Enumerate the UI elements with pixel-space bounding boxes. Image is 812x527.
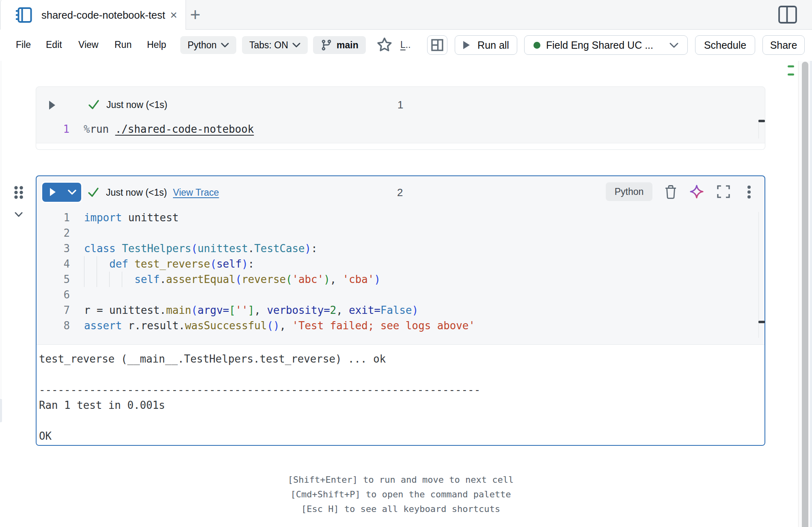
chevron-down-icon bbox=[669, 43, 678, 48]
code-line[interactable]: 5 self.assertEqual(reverse('abc'), 'cba'… bbox=[37, 272, 764, 287]
run-cell-icon[interactable] bbox=[49, 101, 55, 110]
split-view-icon[interactable] bbox=[778, 5, 797, 24]
scrollbar-thumb[interactable] bbox=[802, 62, 808, 527]
cell-drag-handle[interactable] bbox=[14, 186, 23, 199]
page-scrollbar[interactable] bbox=[798, 61, 810, 527]
cell-language-chip[interactable]: Python bbox=[606, 182, 652, 201]
notebook-cell-1[interactable]: Just now (<1s) 1 1%run ./shared-code-not… bbox=[36, 86, 765, 150]
git-branch-icon bbox=[320, 39, 333, 52]
maximize-cell-icon[interactable] bbox=[717, 185, 730, 198]
favorite-star-icon[interactable] bbox=[377, 37, 392, 53]
code-line[interactable]: 8assert r.result.wasSuccessful(), 'Test … bbox=[37, 318, 764, 333]
code-text: r = unittest.main(argv=[''], verbosity=2… bbox=[84, 302, 418, 318]
play-icon bbox=[463, 41, 470, 50]
cell-output-text: test_reverse (__main__.TestHelpers.test_… bbox=[39, 351, 480, 444]
cell-run-status: Just now (<1s) bbox=[106, 99, 167, 110]
cell-menu-kebab-icon[interactable] bbox=[747, 185, 751, 199]
language-selector[interactable]: Python bbox=[180, 36, 236, 54]
compute-name: Field Eng Shared UC ... bbox=[546, 39, 653, 51]
menu-edit[interactable]: Edit bbox=[46, 39, 62, 50]
line-number: 7 bbox=[37, 302, 70, 318]
left-panel-handle[interactable] bbox=[0, 399, 2, 422]
chevron-down-icon bbox=[68, 190, 76, 195]
left-panel-divider bbox=[1, 61, 1, 398]
line-number: 3 bbox=[37, 241, 70, 256]
code-line[interactable]: 2 bbox=[37, 225, 764, 241]
code-line[interactable]: 4 def test_reverse(self): bbox=[37, 256, 764, 272]
line-number: 1 bbox=[37, 210, 70, 225]
keyboard-hints: [Shift+Enter] to run and move to next ce… bbox=[0, 473, 801, 516]
compute-selector[interactable]: Field Eng Shared UC ... bbox=[524, 35, 688, 55]
compute-status-dot bbox=[533, 42, 540, 49]
assistant-sparkle-icon[interactable] bbox=[689, 184, 704, 199]
delete-cell-icon[interactable] bbox=[664, 185, 677, 199]
cellmap-cell2-marker[interactable] bbox=[788, 73, 794, 76]
code-text: def test_reverse(self): bbox=[84, 256, 254, 272]
code-line[interactable]: 1import unittest bbox=[37, 210, 764, 225]
tab-title: shared-code-notebook-test bbox=[41, 9, 165, 21]
chevron-down-icon bbox=[292, 43, 300, 48]
code-line[interactable]: 3class TestHelpers(unittest.TestCase): bbox=[37, 241, 764, 256]
line-number: 5 bbox=[37, 272, 70, 287]
results-layout-button[interactable] bbox=[427, 35, 447, 55]
play-icon bbox=[50, 188, 56, 196]
keyboard-hint-line: [Cmd+Shift+P] to open the command palett… bbox=[0, 487, 801, 502]
code-text: %run ./shared-code-notebook bbox=[84, 121, 254, 137]
code-text: class TestHelpers(unittest.TestCase): bbox=[84, 241, 317, 256]
new-tab-button[interactable]: + bbox=[190, 5, 201, 24]
chevron-down-icon bbox=[221, 43, 229, 48]
menu-run[interactable]: Run bbox=[114, 39, 132, 50]
cell-run-status: Just now (<1s) bbox=[106, 187, 167, 198]
keyboard-hint-line: [Shift+Enter] to run and move to next ce… bbox=[0, 473, 801, 487]
run-all-button[interactable]: Run all bbox=[455, 35, 517, 55]
editor-scroll-track bbox=[758, 122, 759, 138]
cell-output-collapsed bbox=[36, 143, 765, 149]
notebook-toolbar: File Edit View Run Help Python Tabs: ON … bbox=[0, 30, 812, 61]
menu-help[interactable]: Help bbox=[147, 39, 166, 50]
success-check-icon bbox=[88, 187, 99, 198]
code-line[interactable]: 7r = unittest.main(argv=[''], verbosity=… bbox=[37, 302, 764, 318]
line-number: 6 bbox=[37, 287, 70, 302]
git-branch-selector[interactable]: main bbox=[313, 36, 366, 54]
line-number: 2 bbox=[37, 225, 70, 241]
tabs-toggle[interactable]: Tabs: ON bbox=[242, 36, 308, 54]
branch-name: main bbox=[337, 40, 358, 51]
collapse-cell-icon[interactable] bbox=[15, 212, 23, 217]
keyboard-hint-line: [Esc H] to see all keyboard shortcuts bbox=[0, 502, 801, 516]
line-number: 8 bbox=[37, 318, 70, 333]
cell-number: 1 bbox=[397, 99, 403, 111]
cellmap-cell1-marker[interactable] bbox=[788, 65, 794, 67]
run-cell-split-button[interactable] bbox=[42, 183, 81, 202]
cell-output-area: test_reverse (__main__.TestHelpers.test_… bbox=[37, 344, 764, 445]
code-text: assert r.result.wasSuccessful(), 'Test f… bbox=[84, 318, 475, 333]
editor-scroll-mark[interactable] bbox=[758, 120, 765, 122]
menu-file[interactable]: File bbox=[16, 39, 31, 50]
databricks-notebook-app: shared-code-notebook-test × + File Edit … bbox=[0, 0, 812, 527]
last-edit-link[interactable]: L.. bbox=[400, 39, 411, 50]
success-check-icon bbox=[88, 99, 99, 110]
notebook-cell-2[interactable]: Just now (<1s) View Trace 2 Python bbox=[36, 175, 765, 446]
tab-bar: shared-code-notebook-test × + bbox=[0, 0, 812, 30]
tab-close-icon[interactable]: × bbox=[170, 8, 177, 22]
view-trace-link[interactable]: View Trace bbox=[173, 187, 219, 198]
code-line[interactable]: 1%run ./shared-code-notebook bbox=[36, 121, 765, 137]
notebook-tab[interactable]: shared-code-notebook-test × bbox=[0, 0, 186, 30]
menu-view[interactable]: View bbox=[78, 39, 98, 50]
cell-number: 2 bbox=[397, 186, 403, 199]
line-number: 1 bbox=[36, 121, 69, 137]
schedule-button[interactable]: Schedule bbox=[695, 35, 755, 55]
right-panel-edge bbox=[810, 61, 812, 527]
code-line[interactable]: 6 bbox=[37, 287, 764, 302]
editor-scroll-track bbox=[758, 212, 759, 338]
code-text: self.assertEqual(reverse('abc'), 'cba') bbox=[84, 272, 380, 287]
line-number: 4 bbox=[37, 256, 70, 272]
code-text: import unittest bbox=[84, 210, 179, 225]
notebook-icon bbox=[15, 7, 32, 23]
editor-scroll-mark[interactable] bbox=[758, 321, 765, 323]
layout-grid-icon bbox=[431, 39, 443, 51]
share-button[interactable]: Share bbox=[762, 35, 805, 55]
